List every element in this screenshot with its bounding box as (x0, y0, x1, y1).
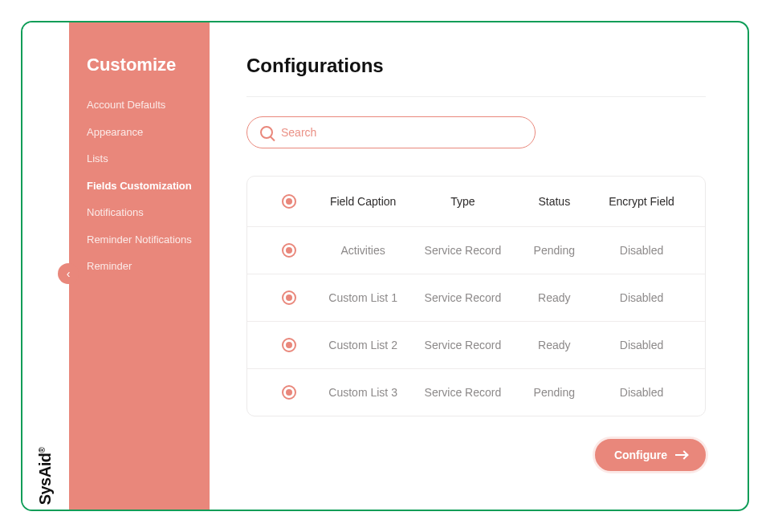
row-radio[interactable] (282, 243, 296, 258)
row-select-cell (265, 290, 313, 305)
app-frame: SysAid® ‹ Customize Account Defaults App… (21, 21, 749, 511)
cell-caption: Activities (313, 244, 413, 257)
brand-mark: ® (38, 448, 47, 453)
sidebar-item-label: Reminder Notifications (87, 234, 192, 246)
sidebar-collapse-button[interactable]: ‹ (58, 263, 79, 284)
sidebar-item-label: Fields Customization (87, 180, 192, 192)
sidebar-item-label: Appearance (87, 126, 143, 138)
table-row[interactable]: Custom List 2 Service Record Ready Disab… (247, 322, 705, 369)
table-row[interactable]: Activities Service Record Pending Disabl… (247, 227, 705, 274)
cell-type: Service Record (413, 386, 512, 399)
col-field-caption: Field Caption (313, 195, 413, 208)
cell-type: Service Record (413, 339, 512, 351)
radio-dot-icon (286, 389, 292, 396)
cell-type: Service Record (413, 244, 512, 257)
sidebar-item-appearance[interactable]: Appearance (87, 119, 192, 146)
table-header-row: Field Caption Type Status Encrypt Field (247, 177, 705, 227)
footer-actions: Configure (246, 439, 706, 471)
cell-type: Service Record (413, 291, 512, 304)
search-input[interactable] (281, 126, 522, 139)
radio-dot-icon (286, 247, 292, 254)
select-all-cell (265, 194, 313, 209)
row-radio[interactable] (282, 385, 296, 400)
sidebar-item-account-defaults[interactable]: Account Defaults (87, 91, 192, 119)
col-type: Type (413, 195, 512, 208)
row-radio[interactable] (282, 338, 296, 352)
arrow-right-icon (675, 454, 686, 456)
radio-dot-icon (286, 342, 292, 348)
cell-encrypt: Disabled (596, 386, 687, 399)
sidebar-item-notifications[interactable]: Notifications (87, 199, 192, 226)
row-select-cell (265, 338, 313, 352)
sidebar-item-reminder-notifications[interactable]: Reminder Notifications (87, 226, 192, 254)
brand-logo: SysAid® (37, 448, 55, 506)
sidebar: ‹ Customize Account Defaults Appearance … (69, 22, 210, 510)
cell-status: Pending (513, 244, 597, 257)
sidebar-item-lists[interactable]: Lists (87, 145, 192, 173)
cell-caption: Custom List 3 (313, 386, 413, 399)
cell-caption: Custom List 1 (313, 291, 413, 304)
sidebar-item-label: Account Defaults (87, 99, 165, 111)
sidebar-item-label: Reminder (87, 260, 132, 272)
sidebar-item-fields-customization[interactable]: Fields Customization (87, 173, 192, 200)
main-content: Configurations Field Caption Type Status… (210, 22, 748, 510)
cell-status: Ready (513, 291, 597, 304)
fields-table: Field Caption Type Status Encrypt Field … (246, 176, 706, 416)
col-status: Status (513, 195, 597, 208)
configure-button[interactable]: Configure (595, 439, 706, 471)
page-title: Configurations (246, 55, 706, 77)
search-field[interactable] (246, 116, 536, 148)
row-select-cell (265, 385, 313, 400)
select-all-radio[interactable] (282, 194, 296, 209)
sidebar-item-reminder[interactable]: Reminder (87, 253, 192, 280)
table-row[interactable]: Custom List 1 Service Record Ready Disab… (247, 274, 705, 322)
row-select-cell (265, 243, 313, 258)
search-icon (260, 126, 273, 139)
chevron-left-icon: ‹ (67, 267, 71, 280)
table-row[interactable]: Custom List 3 Service Record Pending Dis… (247, 369, 705, 416)
cell-status: Ready (513, 339, 597, 351)
cell-encrypt: Disabled (596, 339, 687, 351)
sidebar-items: Account Defaults Appearance Lists Fields… (87, 91, 192, 280)
configure-button-label: Configure (614, 449, 667, 461)
radio-dot-icon (286, 294, 292, 301)
sidebar-title: Customize (87, 55, 192, 75)
cell-caption: Custom List 2 (313, 339, 413, 351)
cell-status: Pending (513, 386, 597, 399)
radio-dot-icon (286, 198, 292, 205)
cell-encrypt: Disabled (596, 291, 687, 304)
cell-encrypt: Disabled (596, 244, 687, 257)
col-encrypt: Encrypt Field (596, 195, 687, 208)
brand-name: SysAid (37, 453, 55, 506)
sidebar-item-label: Notifications (87, 206, 144, 218)
row-radio[interactable] (282, 290, 296, 305)
title-divider (246, 96, 706, 97)
sidebar-item-label: Lists (87, 152, 108, 164)
